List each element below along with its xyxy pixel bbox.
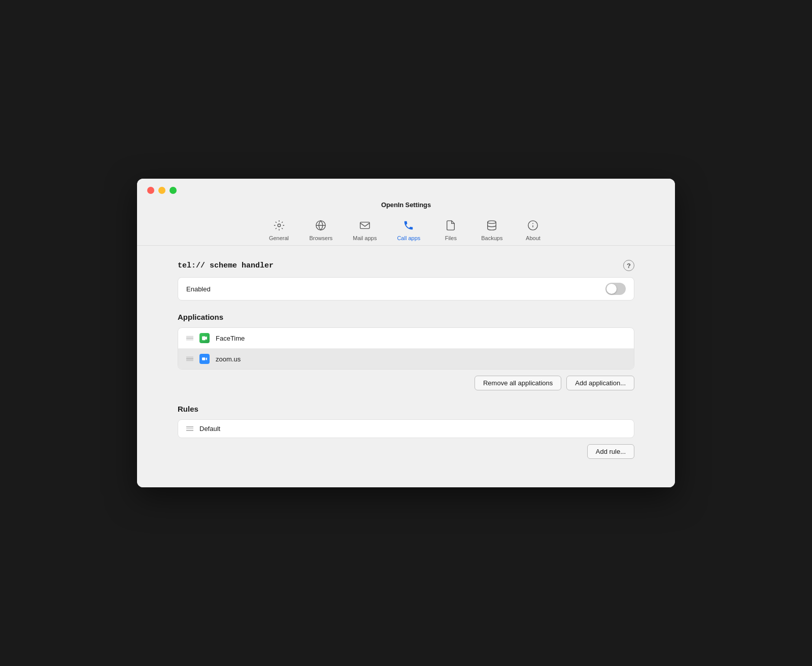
tab-browsers-label: Browsers	[310, 235, 333, 241]
app-window: OpenIn Settings General	[137, 179, 675, 487]
enabled-row: Enabled	[178, 277, 634, 301]
scheme-handler-header: tel:// scheme handler ?	[178, 260, 634, 271]
add-rule-button[interactable]: Add rule...	[587, 444, 634, 459]
svg-rect-2	[360, 222, 369, 229]
envelope-icon	[359, 220, 370, 233]
tab-browsers[interactable]: Browsers	[299, 216, 343, 245]
zoom-icon	[199, 354, 210, 364]
drag-handle-default[interactable]	[186, 426, 193, 431]
applications-header: Applications	[178, 313, 634, 321]
list-item[interactable]: Default	[178, 420, 634, 438]
tab-about-label: About	[526, 235, 540, 241]
svg-point-0	[278, 224, 281, 227]
maximize-button[interactable]	[170, 187, 177, 194]
rules-list: Default	[178, 419, 634, 438]
default-rule-label: Default	[199, 425, 220, 432]
applications-buttons: Remove all applications Add application.…	[178, 376, 634, 390]
tab-files[interactable]: Files	[430, 216, 471, 245]
drag-handle-zoom[interactable]	[186, 357, 193, 361]
rules-section: Rules Default Add rule...	[178, 405, 634, 459]
help-button[interactable]: ?	[623, 260, 634, 271]
tab-backups-label: Backups	[481, 235, 502, 241]
tab-backups[interactable]: Backups	[471, 216, 513, 245]
remove-all-button[interactable]: Remove all applications	[475, 376, 561, 390]
toolbar: General Browsers	[147, 216, 665, 245]
file-icon	[445, 220, 456, 233]
titlebar: OpenIn Settings General	[137, 179, 675, 246]
tab-mail-apps[interactable]: Mail apps	[343, 216, 387, 245]
globe-icon	[315, 220, 326, 233]
list-item[interactable]: zoom.us	[178, 349, 634, 369]
window-controls	[147, 187, 665, 194]
zoom-label: zoom.us	[216, 355, 241, 363]
tab-call-apps-label: Call apps	[397, 235, 420, 241]
applications-list: FaceTime zoom.us	[178, 327, 634, 370]
tab-general-label: General	[269, 235, 289, 241]
applications-title: Applications	[178, 313, 223, 321]
content-area: tel:// scheme handler ? Enabled Applicat…	[137, 246, 675, 487]
rules-header: Rules	[178, 405, 634, 413]
tab-mail-apps-label: Mail apps	[353, 235, 377, 241]
facetime-label: FaceTime	[216, 335, 245, 342]
list-item[interactable]: FaceTime	[178, 328, 634, 349]
rules-buttons: Add rule...	[178, 444, 634, 459]
close-button[interactable]	[147, 187, 154, 194]
tab-general[interactable]: General	[259, 216, 299, 245]
tab-call-apps[interactable]: Call apps	[387, 216, 430, 245]
scheme-handler-title: tel:// scheme handler	[178, 261, 274, 270]
drag-handle-facetime[interactable]	[186, 336, 193, 341]
enabled-label: Enabled	[186, 285, 211, 293]
tab-about[interactable]: About	[513, 216, 553, 245]
drive-icon	[486, 220, 497, 233]
minimize-button[interactable]	[158, 187, 165, 194]
tab-files-label: Files	[445, 235, 457, 241]
gear-icon	[274, 220, 285, 233]
svg-point-3	[488, 221, 496, 224]
enabled-toggle[interactable]	[605, 283, 626, 295]
window-title: OpenIn Settings	[147, 201, 665, 209]
rules-title: Rules	[178, 405, 198, 413]
svg-rect-7	[202, 357, 205, 360]
add-application-button[interactable]: Add application...	[566, 376, 634, 390]
phone-icon	[403, 220, 414, 233]
facetime-icon	[199, 333, 210, 343]
info-icon	[527, 220, 538, 233]
